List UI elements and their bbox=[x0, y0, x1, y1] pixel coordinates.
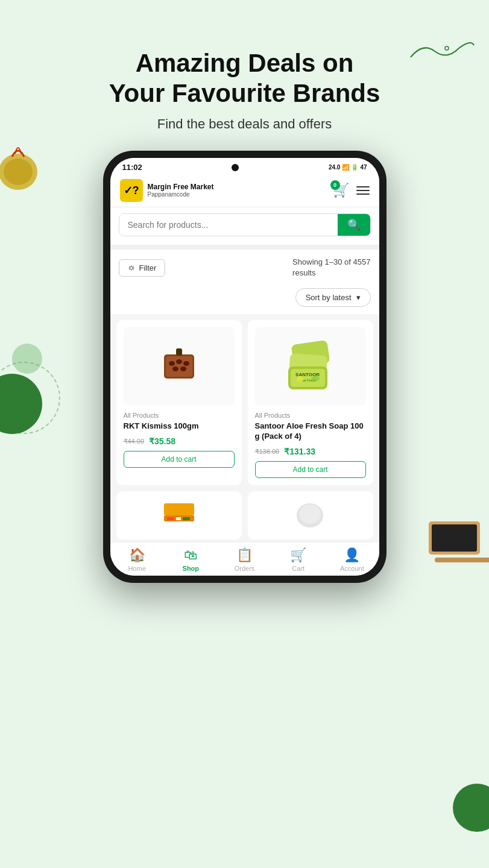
sort-button[interactable]: Sort by latest ▾ bbox=[295, 288, 371, 307]
svg-point-2 bbox=[4, 159, 33, 185]
svg-point-28 bbox=[299, 505, 321, 524]
filter-bar: ⛭ Filter Showing 1–30 of 4557 results bbox=[110, 250, 379, 286]
svg-point-10 bbox=[183, 361, 189, 366]
divider bbox=[110, 245, 379, 250]
soap-image: SANTOOR Aloe Fresh bbox=[277, 333, 344, 400]
svg-rect-3 bbox=[429, 521, 480, 555]
app-header: ✓? Margin Free Market Pappanamcode 0 🛒 bbox=[110, 174, 379, 207]
filter-icon: ⛭ bbox=[128, 263, 136, 272]
cart-badge: 0 bbox=[330, 180, 340, 190]
nav-home-label: Home bbox=[128, 565, 145, 572]
header-right: 0 🛒 bbox=[333, 183, 370, 198]
nav-account-label: Account bbox=[340, 565, 364, 572]
sale-price-1: ₹35.58 bbox=[149, 436, 175, 446]
svg-rect-26 bbox=[183, 517, 190, 520]
svg-point-9 bbox=[176, 359, 182, 364]
cart-button[interactable]: 0 🛒 bbox=[333, 183, 349, 198]
sort-chevron-icon: ▾ bbox=[356, 293, 361, 302]
menu-bar-3 bbox=[356, 193, 370, 195]
page-title-line2: Your Favourite Brands bbox=[0, 78, 489, 108]
add-to-cart-2[interactable]: Add to cart bbox=[255, 461, 366, 478]
orders-icon: 📋 bbox=[236, 547, 253, 563]
search-input[interactable] bbox=[119, 214, 338, 236]
svg-point-12 bbox=[180, 366, 186, 371]
products-section: All Products RKT Kismiss 100gm ₹44.00 ₹3… bbox=[110, 314, 379, 491]
svg-rect-24 bbox=[167, 517, 174, 520]
home-icon: 🏠 bbox=[129, 547, 145, 563]
product-name-2: Santoor Aloe Fresh Soap 100 g (Pack of 4… bbox=[255, 421, 366, 442]
sort-label: Sort by latest bbox=[306, 293, 352, 302]
shop-icon: 🛍 bbox=[184, 547, 197, 563]
logo-icon: ✓? bbox=[120, 179, 143, 202]
signal-icon: 📶 bbox=[342, 164, 349, 171]
search-section: 🔍 bbox=[110, 207, 379, 245]
nav-account[interactable]: 👤 Account bbox=[325, 547, 379, 572]
logo-text: Margin Free Market Pappanamcode bbox=[148, 183, 214, 198]
laptop-decoration bbox=[423, 518, 489, 573]
menu-bar-2 bbox=[356, 190, 370, 191]
page-subtitle: Find the best deals and offers bbox=[0, 116, 489, 132]
svg-point-11 bbox=[172, 366, 178, 371]
onion-decoration bbox=[0, 139, 42, 193]
product-image-2: SANTOOR Aloe Fresh bbox=[255, 327, 366, 406]
products-grid: All Products RKT Kismiss 100gm ₹44.00 ₹3… bbox=[116, 320, 373, 485]
bottom-nav: 🏠 Home 🛍 Shop 📋 Orders 🛒 Cart 👤 A bbox=[110, 542, 379, 576]
svg-point-20 bbox=[297, 376, 303, 382]
nav-home[interactable]: 🏠 Home bbox=[110, 547, 164, 572]
results-count: Showing 1–30 of 4557 results bbox=[292, 257, 370, 278]
filter-label: Filter bbox=[139, 263, 157, 272]
sale-price-2: ₹131.33 bbox=[284, 447, 315, 456]
product-card-partial-1 bbox=[116, 491, 242, 539]
svg-rect-4 bbox=[432, 524, 477, 552]
menu-button[interactable] bbox=[356, 186, 370, 195]
svg-point-21 bbox=[311, 376, 320, 381]
price-row-2: ₹138.00 ₹131.33 bbox=[255, 447, 366, 456]
camera-notch bbox=[232, 164, 239, 171]
sub-name: Pappanamcode bbox=[148, 191, 214, 198]
cart-nav-icon: 🛒 bbox=[290, 547, 306, 563]
svg-rect-22 bbox=[164, 503, 194, 515]
menu-bar-1 bbox=[356, 186, 370, 187]
filter-button[interactable]: ⛭ Filter bbox=[119, 259, 166, 277]
search-box: 🔍 bbox=[119, 213, 371, 236]
page-title-line1: Amazing Deals on bbox=[0, 48, 489, 78]
product-category-2: All Products bbox=[255, 412, 366, 419]
phone-mockup: 11:02 24.0 📶 🔋 47 ✓? Margin Free Market bbox=[103, 151, 386, 583]
partial-product-1 bbox=[161, 500, 197, 530]
logo-symbol: ✓? bbox=[124, 184, 139, 197]
product-card-2: SANTOOR Aloe Fresh All Products Santoor … bbox=[248, 320, 373, 485]
app-logo: ✓? Margin Free Market Pappanamcode bbox=[120, 179, 214, 202]
svg-rect-25 bbox=[176, 517, 181, 520]
svg-rect-5 bbox=[435, 558, 489, 562]
product-name-1: RKT Kismiss 100gm bbox=[124, 421, 235, 432]
sort-row: Sort by latest ▾ bbox=[110, 286, 379, 314]
products-partial bbox=[110, 491, 379, 542]
nav-orders[interactable]: 📋 Orders bbox=[218, 547, 271, 572]
status-bar: 11:02 24.0 📶 🔋 47 bbox=[110, 158, 379, 174]
status-time: 11:02 bbox=[122, 163, 142, 172]
svg-point-8 bbox=[169, 361, 175, 366]
status-icons: 24.0 📶 🔋 47 bbox=[329, 164, 367, 171]
products-partial-grid bbox=[116, 491, 373, 539]
kismiss-image bbox=[155, 342, 203, 391]
product-card-1: All Products RKT Kismiss 100gm ₹44.00 ₹3… bbox=[116, 320, 242, 485]
product-image-1 bbox=[124, 327, 235, 406]
account-icon: 👤 bbox=[344, 547, 360, 563]
svg-rect-13 bbox=[176, 348, 182, 356]
nav-shop[interactable]: 🛍 Shop bbox=[164, 547, 218, 572]
battery-level: 47 bbox=[360, 164, 367, 171]
product-card-partial-2 bbox=[248, 491, 373, 539]
price-row-1: ₹44.00 ₹35.58 bbox=[124, 436, 235, 446]
partial-product-2 bbox=[294, 500, 327, 530]
add-to-cart-1[interactable]: Add to cart bbox=[124, 451, 235, 468]
search-button[interactable]: 🔍 bbox=[338, 214, 370, 236]
nav-cart-label: Cart bbox=[292, 565, 304, 572]
original-price-1: ₹44.00 bbox=[124, 438, 145, 445]
battery-icon: 🔋 bbox=[351, 164, 358, 171]
svg-point-1 bbox=[0, 154, 37, 190]
network-icon: 24.0 bbox=[329, 164, 340, 171]
nav-cart[interactable]: 🛒 Cart bbox=[271, 547, 325, 572]
product-category-1: All Products bbox=[124, 412, 235, 419]
nav-shop-label: Shop bbox=[183, 565, 200, 572]
nav-orders-label: Orders bbox=[235, 565, 255, 572]
